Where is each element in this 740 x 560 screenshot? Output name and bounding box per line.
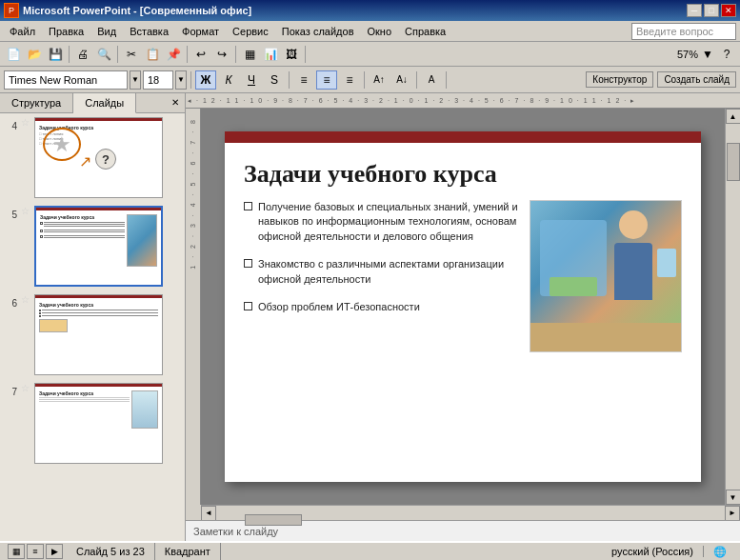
- slide-mini-bar-5: [36, 208, 161, 210]
- bullet-text-3: Обзор проблем ИТ-безопасности: [258, 300, 420, 314]
- normal-view-button[interactable]: ▦: [8, 544, 25, 559]
- slide7-content: Задачи учебного курса: [35, 389, 162, 430]
- increase-font-icon[interactable]: A↑: [369, 70, 390, 90]
- slideshow-view-button[interactable]: ▶: [46, 544, 63, 559]
- slide-thumb-7[interactable]: Задачи учебного курса: [34, 383, 163, 464]
- help-search-box[interactable]: Введите вопрос: [631, 23, 736, 40]
- slides-panel: Структура Слайды ✕ 4 ☆ Задачи учебного к…: [0, 93, 186, 541]
- underline-button[interactable]: Ч: [241, 70, 262, 90]
- undo-icon[interactable]: ↩: [191, 45, 210, 64]
- font-name-dropdown[interactable]: ▼: [130, 70, 141, 90]
- main-toolbar: 📄 📂 💾 🖨 🔍 ✂ 📋 📌 ↩ ↪ ▦ 📊 🖼 57% ▼ ?: [0, 42, 740, 67]
- new-icon[interactable]: 📄: [4, 45, 23, 64]
- status-bar: ▦ ≡ ▶ Слайд 5 из 23 Квадрант русский (Ро…: [0, 541, 740, 560]
- cut-icon[interactable]: ✂: [122, 45, 141, 64]
- person-head: [619, 210, 648, 239]
- align-left-icon[interactable]: ≡: [293, 70, 314, 90]
- font-color-icon[interactable]: A: [421, 70, 442, 90]
- close-button[interactable]: ✕: [721, 4, 736, 17]
- decrease-font-icon[interactable]: A↓: [391, 70, 412, 90]
- horizontal-ruler: ◂·12·11·10·9·8·7·6·5·4·3·2·1·0·1·2·3·4·5…: [186, 93, 740, 109]
- scroll-up-button[interactable]: ▲: [726, 109, 741, 124]
- separator-f2: [289, 71, 290, 89]
- scroll-right-button[interactable]: ►: [725, 506, 740, 521]
- preview-icon[interactable]: 🔍: [94, 45, 113, 64]
- paste-icon[interactable]: 📌: [164, 45, 183, 64]
- slide-thumb-5[interactable]: Задачи учебного курса: [34, 206, 163, 287]
- slide-thumb-6[interactable]: Задачи учебного курса: [34, 294, 163, 375]
- format-toolbar: Times New Roman ▼ 18 ▼ Ж К Ч S ≡ ≡ ≡ A↑ …: [0, 67, 740, 93]
- bold-button[interactable]: Ж: [195, 70, 216, 90]
- open-icon[interactable]: 📂: [25, 45, 44, 64]
- callout-star-icon: ★: [52, 132, 71, 157]
- scroll-thumb-v[interactable]: [727, 143, 740, 181]
- tab-structure[interactable]: Структура: [0, 93, 73, 112]
- insert-chart-icon[interactable]: 📊: [261, 45, 280, 64]
- create-slide-button[interactable]: Создать слайд: [657, 71, 736, 88]
- slide-num-5: 5: [4, 210, 17, 220]
- menu-file[interactable]: Файл: [4, 24, 41, 39]
- redo-icon[interactable]: ↪: [212, 45, 231, 64]
- slide-top-decoration: [225, 131, 701, 143]
- slide-item-4[interactable]: 4 ☆ Задачи учебного курса □ текст линия …: [4, 117, 181, 198]
- zoom-dropdown-icon[interactable]: ▼: [702, 45, 713, 64]
- slide5-image-thumb: [127, 214, 157, 267]
- scroll-left-button[interactable]: ◄: [201, 506, 216, 521]
- slide-canvas-area[interactable]: Задачи учебного курса Получение базовых …: [201, 109, 725, 505]
- slide-mini-bar-7: [35, 384, 162, 387]
- help-icon[interactable]: ?: [717, 45, 736, 64]
- slide-illustration: [530, 200, 682, 352]
- bullet-item-3: Обзор проблем ИТ-безопасности: [244, 300, 520, 314]
- vertical-scrollbar[interactable]: ▲ ▼: [725, 109, 740, 505]
- insert-picture-icon[interactable]: 🖼: [282, 45, 301, 64]
- slide-num-6: 6: [4, 298, 17, 309]
- menu-slideshow[interactable]: Показ слайдов: [276, 24, 360, 39]
- menu-edit[interactable]: Правка: [43, 24, 90, 39]
- slide-mini-bar-4: [35, 118, 162, 121]
- zoom-label: 57%: [677, 49, 698, 60]
- tab-slides[interactable]: Слайды: [73, 93, 136, 113]
- menu-insert[interactable]: Вставка: [124, 24, 174, 39]
- menu-tools[interactable]: Сервис: [227, 24, 274, 39]
- copy-icon[interactable]: 📋: [143, 45, 162, 64]
- strikethrough-button[interactable]: S: [264, 70, 285, 90]
- status-icon: 🌐: [704, 546, 736, 558]
- designer-button[interactable]: Конструктор: [586, 71, 653, 88]
- font-size-dropdown[interactable]: ▼: [175, 70, 187, 90]
- person-body: [614, 243, 652, 300]
- font-name-input[interactable]: Times New Roman: [4, 70, 128, 90]
- slide-thumb-4[interactable]: Задачи учебного курса □ текст линия □ те…: [34, 117, 163, 198]
- minimize-button[interactable]: ─: [687, 4, 702, 17]
- slide-item-7[interactable]: 7 ☆ Задачи учебного курса: [4, 383, 181, 464]
- menu-help[interactable]: Справка: [399, 24, 451, 39]
- italic-button[interactable]: К: [218, 70, 239, 90]
- print-icon[interactable]: 🖨: [73, 45, 92, 64]
- maximize-button[interactable]: □: [704, 4, 719, 17]
- scroll-thumb-h[interactable]: [245, 514, 302, 526]
- panel-close-button[interactable]: ✕: [166, 93, 185, 112]
- slide5-bullet3: [40, 234, 125, 239]
- scroll-down-button[interactable]: ▼: [726, 490, 741, 505]
- language-info: русский (Россия): [602, 546, 704, 557]
- scroll-track-v[interactable]: [726, 124, 740, 490]
- separator-f1: [190, 71, 191, 89]
- horizontal-scrollbar[interactable]: ◄ ►: [201, 505, 740, 520]
- align-right-icon[interactable]: ≡: [339, 70, 360, 90]
- save-icon[interactable]: 💾: [46, 45, 65, 64]
- bullet-box-2: [244, 259, 252, 268]
- font-size-input[interactable]: 18: [143, 70, 173, 90]
- insert-table-icon[interactable]: ▦: [240, 45, 259, 64]
- illustration-floor: [550, 277, 597, 296]
- bullet-box-1: [244, 202, 252, 210]
- menu-format[interactable]: Формат: [176, 24, 225, 39]
- outline-view-button[interactable]: ≡: [27, 544, 44, 559]
- separator-1: [69, 46, 70, 63]
- slide-item-5[interactable]: 5 ☆ Задачи учебного курса: [4, 206, 181, 287]
- bullet-text-2: Знакомство с различными аспектами органи…: [258, 257, 520, 287]
- align-center-icon[interactable]: ≡: [316, 70, 337, 90]
- slide-info: Слайд 5 из 23: [67, 543, 155, 560]
- slide-item-6[interactable]: 6 ☆ Задачи учебного курса: [4, 294, 181, 375]
- menu-window[interactable]: Окно: [362, 24, 398, 39]
- menu-view[interactable]: Вид: [91, 24, 122, 39]
- separator-5: [305, 46, 306, 63]
